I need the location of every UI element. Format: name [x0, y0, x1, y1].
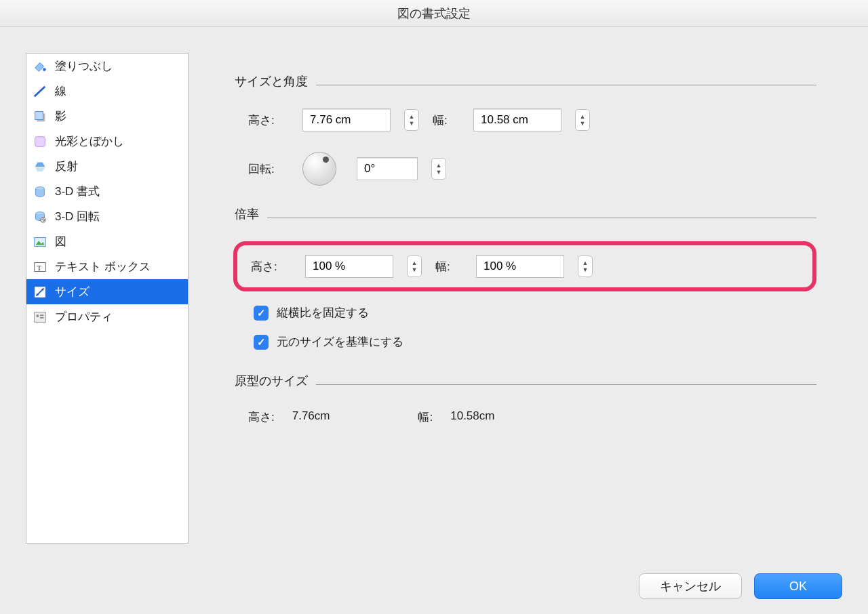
reflection-icon — [32, 159, 48, 175]
orig-width-label: 幅: — [418, 409, 433, 425]
svg-point-0 — [43, 68, 46, 71]
text-box-icon: T — [32, 259, 48, 275]
sidebar-item-label: プロパティ — [55, 309, 113, 325]
sidebar-item-label: 影 — [55, 108, 66, 124]
sidebar-item-shadow[interactable]: 影 — [26, 104, 188, 129]
svg-line-1 — [35, 86, 45, 96]
svg-rect-3 — [35, 111, 43, 119]
width-input[interactable] — [473, 108, 561, 131]
lock-aspect-checkbox[interactable]: ✓ — [254, 306, 269, 321]
scale-height-input[interactable] — [305, 255, 393, 278]
sidebar-item-textbox[interactable]: T テキスト ボックス — [26, 254, 188, 279]
category-sidebar: 塗りつぶし 線 影 光彩とぼかし 反射 3-D 書式 3-D 回転 図 — [26, 53, 189, 544]
section-title: サイズと角度 — [235, 73, 308, 89]
sidebar-item-3d-format[interactable]: 3-D 書式 — [26, 179, 188, 204]
section-size-angle: サイズと角度 — [235, 73, 816, 89]
glow-square-icon — [32, 134, 48, 150]
sidebar-item-size[interactable]: サイズ — [26, 279, 188, 304]
scale-width-label: 幅: — [435, 259, 462, 274]
relative-original-checkbox[interactable]: ✓ — [254, 335, 269, 350]
scale-highlight: 高さ: ▲▼ 幅: ▲▼ — [233, 241, 816, 291]
window-title: 図の書式設定 — [0, 0, 868, 27]
height-stepper[interactable]: ▲▼ — [404, 109, 419, 131]
orig-width-value: 10.58cm — [450, 409, 494, 425]
sidebar-item-line[interactable]: 線 — [26, 79, 188, 104]
height-label: 高さ: — [248, 112, 289, 128]
section-original: 原型のサイズ — [235, 373, 816, 389]
scale-height-stepper[interactable]: ▲▼ — [407, 255, 422, 277]
sidebar-item-label: 3-D 書式 — [55, 184, 100, 199]
sidebar-item-glow[interactable]: 光彩とぼかし — [26, 129, 188, 154]
ok-button[interactable]: OK — [754, 573, 842, 599]
relative-original-label: 元のサイズを基準にする — [277, 334, 403, 350]
cylinder-icon — [32, 184, 48, 200]
sidebar-item-label: 3-D 回転 — [55, 209, 100, 224]
rotation-label: 回転: — [248, 161, 289, 177]
rotation-dial[interactable] — [302, 152, 336, 186]
sidebar-item-fill[interactable]: 塗りつぶし — [26, 54, 188, 79]
height-input[interactable] — [302, 108, 391, 131]
width-stepper[interactable]: ▲▼ — [575, 109, 590, 131]
lock-aspect-label: 縦横比を固定する — [277, 305, 369, 321]
size-arrows-icon — [32, 284, 48, 300]
scale-height-label: 高さ: — [251, 259, 292, 274]
orig-height-value: 7.76cm — [292, 409, 330, 425]
sidebar-item-label: サイズ — [55, 284, 90, 300]
rotation-stepper[interactable]: ▲▼ — [431, 158, 446, 180]
sidebar-item-properties[interactable]: プロパティ — [26, 304, 188, 329]
picture-icon — [32, 234, 48, 250]
properties-icon — [32, 309, 48, 325]
sidebar-item-label: 反射 — [55, 159, 78, 174]
orig-height-label: 高さ: — [248, 409, 275, 425]
section-scale: 倍率 — [235, 206, 816, 222]
scale-width-input[interactable] — [476, 255, 564, 278]
content-pane: サイズと角度 高さ: ▲▼ 幅: ▲▼ 回転: ▲▼ 倍率 高さ: ▲▼ — [209, 53, 842, 544]
rotate-cylinder-icon — [32, 209, 48, 225]
sidebar-item-reflection[interactable]: 反射 — [26, 154, 188, 179]
scale-width-stepper[interactable]: ▲▼ — [578, 255, 593, 277]
section-title: 原型のサイズ — [235, 373, 308, 389]
rotation-input[interactable] — [357, 157, 418, 180]
paint-bucket-icon — [32, 58, 48, 75]
shadow-square-icon — [32, 108, 48, 125]
svg-marker-5 — [35, 162, 45, 166]
section-title: 倍率 — [235, 206, 259, 222]
svg-point-9 — [41, 217, 45, 222]
svg-marker-6 — [35, 167, 45, 171]
cancel-button[interactable]: キャンセル — [639, 573, 742, 599]
sidebar-item-label: 塗りつぶし — [55, 58, 113, 74]
svg-rect-4 — [35, 136, 45, 146]
sidebar-item-label: 光彩とぼかし — [55, 134, 124, 149]
sidebar-item-label: テキスト ボックス — [55, 259, 151, 274]
svg-point-19 — [37, 314, 39, 317]
svg-text:T: T — [37, 263, 41, 271]
sidebar-item-3d-rotation[interactable]: 3-D 回転 — [26, 204, 188, 229]
width-label: 幅: — [433, 112, 460, 128]
sidebar-item-label: 線 — [55, 83, 66, 99]
pen-line-icon — [32, 83, 48, 100]
sidebar-item-label: 図 — [55, 234, 66, 249]
sidebar-item-picture[interactable]: 図 — [26, 229, 188, 254]
